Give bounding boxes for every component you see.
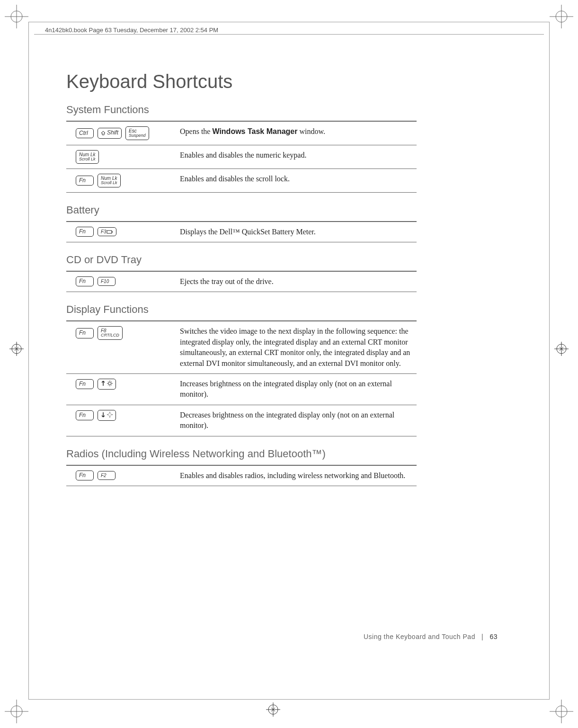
table-row: Fn Increases brightness on the integrate… bbox=[66, 374, 417, 405]
key-f2: F2 bbox=[98, 471, 116, 480]
page-title: Keyboard Shortcuts bbox=[66, 71, 417, 92]
key-f8: F8CRT/LCD bbox=[98, 326, 123, 340]
arrow-down-icon bbox=[101, 412, 106, 417]
svg-line-29 bbox=[111, 385, 112, 385]
heading-tray: CD or DVD Tray bbox=[66, 254, 417, 266]
key-numlk: Num LkScroll Lk bbox=[98, 174, 121, 187]
desc-scroll-lock: Enables and disables the scroll lock. bbox=[180, 169, 417, 192]
page-content: Keyboard Shortcuts System Functions Ctrl… bbox=[66, 71, 417, 486]
key-brightness-up bbox=[98, 379, 116, 390]
desc-radios: Enables and disables radios, including w… bbox=[180, 465, 417, 486]
key-fn: Fn bbox=[76, 379, 94, 389]
key-fn: Fn bbox=[76, 276, 94, 286]
page-number: 63 bbox=[489, 633, 498, 640]
key-brightness-down bbox=[98, 410, 116, 421]
svg-rect-21 bbox=[107, 231, 112, 233]
key-fn: Fn bbox=[76, 328, 94, 338]
desc-video-switch: Switches the video image to the next dis… bbox=[180, 321, 417, 373]
footer-sep: | bbox=[481, 633, 483, 640]
key-f10: F10 bbox=[98, 277, 116, 286]
heading-system: System Functions bbox=[66, 104, 417, 116]
key-ctrl: Ctrl bbox=[76, 128, 94, 138]
svg-rect-22 bbox=[112, 231, 113, 232]
desc-task-manager: Opens the Windows Task Manager window. bbox=[180, 121, 417, 145]
table-row: Fn F3 Displays the Dell™ QuickSet Batter… bbox=[66, 222, 417, 242]
key-shift-label: Shift bbox=[107, 130, 118, 136]
battery-icon bbox=[107, 230, 113, 234]
table-row: Fn F10 Ejects the tray out of the drive. bbox=[66, 271, 417, 292]
desc-eject: Ejects the tray out of the drive. bbox=[180, 271, 417, 292]
shift-arrow-icon bbox=[101, 131, 106, 135]
crop-mark-bl bbox=[5, 700, 28, 723]
heading-display: Display Functions bbox=[66, 303, 417, 316]
key-esc-bot: Suspend bbox=[129, 133, 146, 138]
crop-mark-tl bbox=[5, 5, 28, 28]
table-tray: Fn F10 Ejects the tray out of the drive. bbox=[66, 271, 417, 292]
table-row: Fn Num LkScroll Lk Enables and disables … bbox=[66, 169, 417, 192]
table-row: Num LkScroll Lk Enables and disables the… bbox=[66, 145, 417, 169]
book-header: 4n142bk0.book Page 63 Tuesday, December … bbox=[45, 27, 218, 34]
table-battery: Fn F3 Displays the Dell™ QuickSet Batter… bbox=[66, 221, 417, 242]
register-left bbox=[9, 341, 25, 357]
svg-point-32 bbox=[108, 413, 111, 416]
header-rule bbox=[34, 34, 544, 35]
arrow-up-icon bbox=[101, 381, 106, 386]
key-fn: Fn bbox=[76, 176, 94, 186]
key-fn: Fn bbox=[76, 410, 94, 420]
desc-numeric: Enables and disables the numeric keypad. bbox=[180, 145, 417, 169]
page-footer: Using the Keyboard and Touch Pad | 63 bbox=[364, 633, 498, 640]
table-system: Ctrl Shift EscSuspend Opens the Windows … bbox=[66, 121, 417, 193]
heading-radios: Radios (Including Wireless Networking an… bbox=[66, 448, 417, 460]
key-numlk-bot: Scroll Lk bbox=[79, 157, 96, 162]
table-row: Ctrl Shift EscSuspend Opens the Windows … bbox=[66, 121, 417, 145]
register-right bbox=[553, 341, 569, 357]
svg-line-30 bbox=[111, 382, 112, 382]
key-f3: F3 bbox=[98, 227, 116, 236]
sun-icon bbox=[107, 381, 113, 386]
key-fn: Fn bbox=[76, 471, 94, 480]
svg-line-28 bbox=[108, 382, 108, 382]
svg-line-31 bbox=[108, 385, 108, 385]
crop-mark-tr bbox=[550, 5, 573, 28]
key-numlk: Num LkScroll Lk bbox=[76, 150, 99, 164]
table-row: Fn F2 Enables and disables radios, inclu… bbox=[66, 465, 417, 486]
key-fn: Fn bbox=[76, 227, 94, 237]
heading-battery: Battery bbox=[66, 204, 417, 216]
desc-brightness-up: Increases brightness on the integrated d… bbox=[180, 374, 417, 405]
footer-section: Using the Keyboard and Touch Pad bbox=[364, 633, 475, 640]
desc-battery: Displays the Dell™ QuickSet Battery Mete… bbox=[180, 222, 417, 242]
table-display: Fn F8CRT/LCD Switches the video image to… bbox=[66, 320, 417, 436]
sun-icon bbox=[107, 412, 113, 417]
table-row: Fn Decreases brightness on the integrate… bbox=[66, 405, 417, 436]
crop-mark-br bbox=[550, 700, 573, 723]
register-bottom bbox=[265, 701, 281, 718]
desc-brightness-down: Decreases brightness on the integrated d… bbox=[180, 405, 417, 436]
key-shift: Shift bbox=[98, 128, 122, 139]
table-row: Fn F8CRT/LCD Switches the video image to… bbox=[66, 321, 417, 373]
key-esc: EscSuspend bbox=[125, 126, 149, 140]
table-radios: Fn F2 Enables and disables radios, inclu… bbox=[66, 465, 417, 486]
svg-point-23 bbox=[108, 382, 111, 385]
